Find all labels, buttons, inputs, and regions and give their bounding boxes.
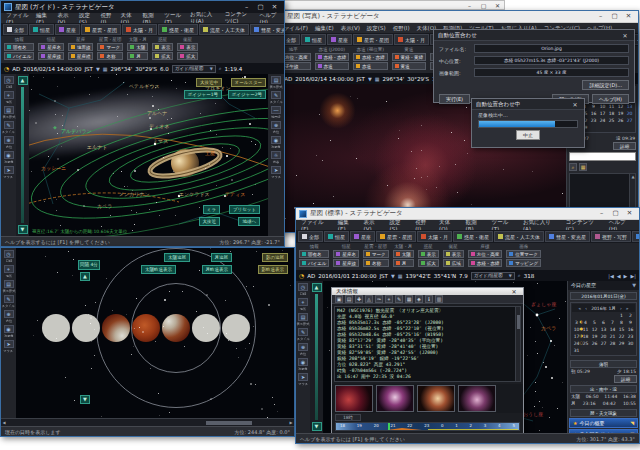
toolbar-tab[interactable]: 星座 — [55, 24, 80, 35]
calendar-day[interactable]: 12 — [616, 103, 625, 110]
maximize-button[interactable]: ▢ — [608, 11, 621, 22]
toolbar-button[interactable]: 太陽 — [393, 250, 414, 258]
grid-icon[interactable]: ▦ — [375, 76, 380, 82]
calendar-day[interactable] — [599, 347, 608, 354]
calendar-day[interactable]: 25 — [581, 340, 590, 347]
dropdown-icon[interactable]: ▼ — [96, 66, 100, 72]
toolbar-button[interactable]: 黄道 — [392, 62, 427, 70]
toolbar-tab[interactable]: 流星・人工天体 — [199, 24, 249, 35]
moon-phase-image[interactable] — [162, 314, 190, 342]
sky-canvas[interactable]: ぎょしゃ座カペラおうし座 天体情報 ✕ ▣▤✚◬✑⌖✎▦◈ℹ▥ M42 (NGC… — [323, 281, 567, 433]
search-icon[interactable]: ⌕ — [569, 163, 577, 171]
calendar-day[interactable]: 15 — [617, 326, 626, 333]
quick-button[interactable]: ミラ — [203, 205, 220, 214]
view-select[interactable]: ガイド/恒星図▼ — [172, 65, 216, 73]
dialog-titlebar[interactable]: 自動位置合わせ中 ✕ — [472, 99, 584, 110]
next-button[interactable]: ▶ — [624, 273, 628, 279]
calendar-day[interactable]: 23 — [589, 117, 598, 124]
toolbar-button[interactable]: 拡大 — [177, 52, 198, 60]
toolbar-button[interactable]: 赤経・赤緯 — [353, 53, 388, 61]
altitude-timeline[interactable]: 181920212223012345 — [335, 422, 520, 431]
calendar-prev-month[interactable]: ‹ — [585, 306, 587, 311]
titlebar[interactable]: 星図 (写真) - ステラナビゲータ – ▢ ✕ — [273, 11, 638, 23]
toolbar-button[interactable]: 表示 — [443, 250, 464, 258]
calendar-day[interactable]: 26 — [590, 340, 599, 347]
palette-tool-icon[interactable]: ▤ — [345, 295, 353, 303]
sidebar-tool[interactable]: ✎スタイル — [1, 295, 16, 308]
sidebar-tool[interactable]: ➤マウス — [296, 373, 310, 386]
toolbar-button[interactable]: 星座名 — [38, 43, 64, 51]
maximize-button[interactable]: ▢ — [609, 208, 622, 219]
toolbar-button[interactable]: 太陽 — [127, 43, 148, 51]
saturn[interactable] — [147, 141, 224, 186]
scroll-left-icon[interactable]: ◀ — [1, 420, 7, 425]
calendar-day[interactable]: 18 — [607, 110, 616, 117]
calendar-day[interactable] — [608, 347, 617, 354]
scrollbar-thumb[interactable] — [206, 421, 252, 425]
palette-titlebar[interactable]: 天体情報 ✕ — [332, 288, 523, 295]
calendar-day[interactable] — [598, 124, 607, 131]
sidebar-tool[interactable]: ➤マウス — [1, 166, 16, 179]
track-button[interactable]: 太陽追尾 — [164, 253, 190, 262]
toolbar-button[interactable]: 名称 — [97, 52, 123, 60]
collapse-icon[interactable]: ▼ — [632, 281, 636, 290]
scrollbar[interactable] — [515, 307, 520, 381]
calendar-day[interactable]: 21 — [608, 333, 617, 340]
calendar-day[interactable]: 10 — [598, 103, 607, 110]
calendar-day[interactable] — [590, 347, 599, 354]
nebula-thumbnail[interactable] — [458, 385, 496, 412]
sidebar-tool[interactable]: ◉視野角 — [268, 136, 284, 149]
detail-button[interactable]: 詳細 — [614, 375, 637, 383]
toolbar-button[interactable]: 広域 — [443, 259, 464, 267]
calendar-day[interactable] — [607, 124, 616, 131]
eclipse-canvas[interactable]: 間隔 4分 ▲ ▼ 太陽追尾 月追尾 影の追尾 太陽軌道表示 月軌道表示 影軌道… — [16, 248, 294, 418]
calendar-next-year[interactable]: » — [626, 306, 629, 311]
moon-phase-image[interactable] — [102, 314, 130, 342]
toolbar-tab[interactable]: 星雲・星団 — [81, 24, 121, 35]
sidebar-tool[interactable]: ✎スタイル — [1, 121, 16, 134]
sidebar-tool[interactable]: ⊕方位 — [1, 310, 16, 323]
sidebar-tool[interactable]: ▤表示形式 — [268, 76, 284, 89]
calendar-day[interactable]: 27 — [599, 340, 608, 347]
quick-button[interactable]: ボイジャー2号 — [228, 90, 266, 99]
calendar-day[interactable]: 16 — [626, 326, 635, 333]
toolbar-tab[interactable]: 視野・写野 — [591, 231, 631, 242]
toolbar-tab[interactable]: 星座 — [327, 34, 352, 45]
toolbar-tab[interactable]: 全部 — [3, 24, 28, 35]
calendar-day[interactable] — [617, 347, 626, 354]
datetime-value[interactable]: 2016/02/14 14:00:00 — [295, 76, 353, 82]
quick-button[interactable]: ボイジャー1号 — [184, 90, 222, 99]
calendar-day[interactable]: 9 — [626, 319, 635, 326]
scrollbar-thumb[interactable] — [517, 315, 520, 329]
toolbar-button[interactable]: 星座名 — [333, 250, 359, 258]
accordion-bar[interactable]: ★ 今日の概要 ◥ — [569, 418, 638, 428]
calendar-prev-year[interactable]: « — [579, 306, 582, 311]
palette-tool-icon[interactable]: ✎ — [395, 295, 403, 303]
sidebar-tool[interactable]: ◷日時 — [296, 283, 310, 296]
nebula-thumbnail[interactable] — [417, 385, 455, 412]
calendar-day[interactable]: 9 — [589, 103, 598, 110]
calendar-day[interactable]: 20 — [625, 110, 634, 117]
calendar-day[interactable]: 12 — [590, 326, 599, 333]
toolbar-tab[interactable]: 流星・人工天体 — [494, 231, 544, 242]
toolbar-tab[interactable]: 恒星 — [29, 24, 54, 35]
palette-tool-icon[interactable]: ⌖ — [385, 295, 393, 303]
toolbar-button[interactable]: 境界線 — [68, 43, 94, 51]
toolbar-button[interactable]: 星座線 — [333, 259, 359, 267]
sidebar-tool[interactable]: ◉視野角 — [1, 325, 16, 338]
toolbar-button[interactable]: 赤道 — [353, 62, 388, 70]
toolbar-button[interactable]: マーク — [97, 43, 123, 51]
maximize-button[interactable]: ▢ — [477, 1, 490, 10]
toolbar-tab[interactable]: ツール・ヘルプ — [632, 231, 639, 242]
detail-settings-button[interactable]: 詳細設定(D)... — [582, 80, 629, 90]
calendar-day[interactable]: 17 — [598, 110, 607, 117]
sidebar-tool[interactable]: ▤表示形式 — [1, 106, 16, 119]
toolbar-button[interactable]: マッピング — [506, 259, 541, 267]
calendar-day[interactable]: 8 — [617, 319, 626, 326]
sidebar-tool[interactable]: ⊕方位 — [268, 121, 284, 134]
sidebar-tool[interactable]: ▤表示形式 — [296, 313, 310, 326]
toolbar-button[interactable]: 拡大 — [152, 52, 173, 60]
toolbar-button[interactable]: バイエル — [4, 52, 34, 60]
search-icon[interactable]: ⌕ — [518, 272, 521, 279]
sidebar-tool[interactable]: ⌖場所 — [1, 91, 16, 104]
